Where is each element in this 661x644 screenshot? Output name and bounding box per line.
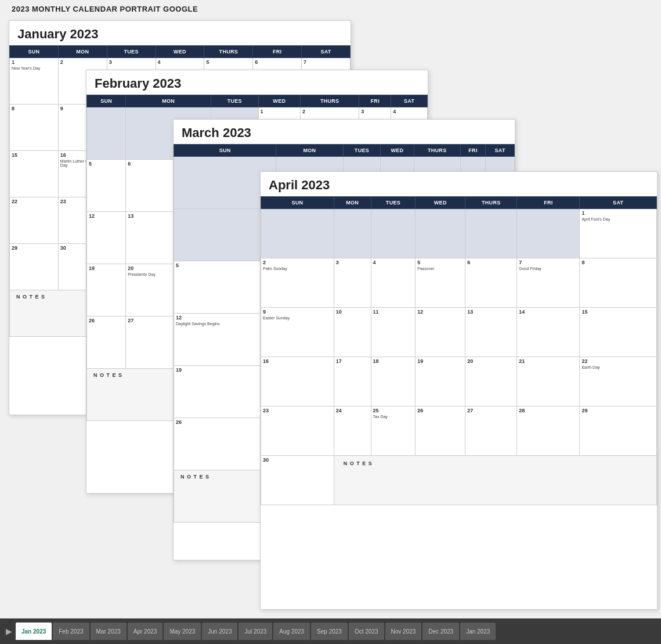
list-item bbox=[465, 209, 517, 258]
table-row: 16 17 18 19 20 21 22Earth Day bbox=[261, 357, 657, 406]
list-item bbox=[87, 107, 126, 160]
list-item: 13 bbox=[465, 308, 517, 357]
list-item: 6 bbox=[465, 258, 517, 308]
list-item: 26 bbox=[87, 316, 126, 369]
table-row: 30 N O T E S bbox=[261, 456, 657, 505]
list-item: 12 bbox=[416, 308, 465, 357]
list-item: 2Palm Sunday bbox=[261, 258, 334, 308]
apr-header-mon: MON bbox=[334, 197, 371, 209]
april-title: April 2023 bbox=[261, 172, 657, 196]
list-item: 5 bbox=[87, 160, 126, 212]
mar-header-fri: FRI bbox=[460, 145, 486, 157]
feb-header-wed: WED bbox=[258, 95, 301, 107]
feb-header-sun: SUN bbox=[87, 95, 126, 107]
tab-apr-2023[interactable]: Apr 2023 bbox=[128, 623, 163, 640]
table-row: 1April Fool's Day bbox=[261, 209, 657, 258]
list-item: 9Easter Sunday bbox=[261, 308, 334, 357]
tab-sep-2023[interactable]: Sep 2023 bbox=[311, 623, 348, 640]
tab-nov-2023[interactable]: Nov 2023 bbox=[385, 623, 422, 640]
feb-header-thu: THURS bbox=[301, 95, 359, 107]
list-item: 10 bbox=[334, 308, 371, 357]
tab-oct-2023[interactable]: Oct 2023 bbox=[349, 623, 384, 640]
list-item: 15 bbox=[580, 308, 657, 357]
mar-header-sun: SUN bbox=[174, 145, 276, 157]
list-item: 5Passover bbox=[416, 258, 465, 308]
list-item: 8 bbox=[10, 105, 59, 151]
jan-header-sat: SAT bbox=[302, 46, 351, 58]
list-item: 19 bbox=[87, 264, 126, 316]
list-item: 18 bbox=[371, 357, 416, 406]
mar-header-tue: TUES bbox=[343, 145, 381, 157]
list-item: 29 bbox=[10, 244, 59, 290]
tab-prev-arrow[interactable]: ▶ bbox=[3, 627, 15, 636]
tab-may-2023[interactable]: May 2023 bbox=[164, 623, 201, 640]
list-item: 26 bbox=[416, 406, 465, 456]
list-item bbox=[261, 209, 334, 258]
apr-header-sat: SAT bbox=[580, 197, 657, 209]
page-title: 2023 MONTHLY CALENDAR PORTRAIT GOOGLE bbox=[0, 0, 661, 16]
mar-header-sat: SAT bbox=[486, 145, 515, 157]
apr-header-tue: TUES bbox=[371, 197, 416, 209]
table-row: 23 24 25Tax Day 26 27 28 29 bbox=[261, 406, 657, 456]
apr-header-fri: FRI bbox=[517, 197, 580, 209]
table-row: 9Easter Sunday 10 11 12 13 14 15 bbox=[261, 308, 657, 357]
notes-cell: N O T E S bbox=[334, 456, 656, 505]
list-item: 30 bbox=[261, 456, 334, 505]
list-item: 1April Fool's Day bbox=[580, 209, 657, 258]
apr-header-thu: THURS bbox=[465, 197, 517, 209]
list-item: 15 bbox=[10, 151, 59, 197]
jan-header-tue: TUES bbox=[107, 46, 156, 58]
tab-jan-2023[interactable]: Jan 2023 bbox=[16, 623, 52, 640]
list-item: 16 bbox=[261, 357, 334, 406]
tab-jul-2023[interactable]: Jul 2023 bbox=[239, 623, 272, 640]
april-card: April 2023 SUN MON TUES WED THURS FRI SA… bbox=[260, 171, 658, 610]
tab-feb-2023[interactable]: Feb 2023 bbox=[53, 623, 89, 640]
list-item bbox=[371, 209, 416, 258]
apr-header-sun: SUN bbox=[261, 197, 334, 209]
mar-header-wed: WED bbox=[381, 145, 414, 157]
feb-header-mon: MON bbox=[126, 95, 211, 107]
list-item: 12 bbox=[87, 212, 126, 264]
list-item: 21 bbox=[517, 357, 580, 406]
january-title: January 2023 bbox=[9, 21, 351, 45]
feb-header-sat: SAT bbox=[391, 95, 428, 107]
list-item: 24 bbox=[334, 406, 371, 456]
list-item: 22 bbox=[10, 197, 59, 244]
tab-dec-2023[interactable]: Dec 2023 bbox=[422, 623, 459, 640]
list-item: 17 bbox=[334, 357, 371, 406]
february-title: February 2023 bbox=[86, 70, 428, 95]
list-item: 3 bbox=[334, 258, 371, 308]
apr-header-wed: WED bbox=[416, 197, 465, 209]
list-item: 7Good Friday bbox=[517, 258, 580, 308]
april-grid: SUN MON TUES WED THURS FRI SAT 1 bbox=[261, 196, 657, 505]
list-item: 8 bbox=[580, 258, 657, 308]
tab-bar: ▶ Jan 2023 Feb 2023 Mar 2023 Apr 2023 Ma… bbox=[0, 618, 661, 644]
list-item bbox=[334, 209, 371, 258]
jan-header-mon: MON bbox=[58, 46, 107, 58]
feb-header-fri: FRI bbox=[359, 95, 391, 107]
tab-jun-2023[interactable]: Jun 2023 bbox=[202, 623, 237, 640]
march-title: March 2023 bbox=[174, 120, 515, 144]
list-item: 28 bbox=[517, 406, 580, 456]
list-item: 20 bbox=[465, 357, 517, 406]
list-item: 22Earth Day bbox=[580, 357, 657, 406]
list-item: 19 bbox=[416, 357, 465, 406]
jan-header-wed: WED bbox=[156, 46, 204, 58]
list-item: 23 bbox=[261, 406, 334, 456]
tab-mar-2023[interactable]: Mar 2023 bbox=[91, 623, 127, 640]
list-item: 11 bbox=[371, 308, 416, 357]
table-row: 2Palm Sunday 3 4 5Passover 6 7Good Frida… bbox=[261, 258, 657, 308]
jan-header-fri: FRI bbox=[253, 46, 302, 58]
list-item: 29 bbox=[580, 406, 657, 456]
feb-header-tue: TUES bbox=[211, 95, 258, 107]
list-item: 27 bbox=[465, 406, 517, 456]
tab-jan-2023-end[interactable]: Jan 2023 bbox=[460, 623, 496, 640]
list-item: 4 bbox=[371, 258, 416, 308]
tab-aug-2023[interactable]: Aug 2023 bbox=[273, 623, 310, 640]
list-item: 25Tax Day bbox=[371, 406, 416, 456]
jan-header-thu: THURS bbox=[204, 46, 253, 58]
mar-header-thu: THURS bbox=[414, 145, 460, 157]
list-item: 1New Year's Day bbox=[10, 58, 59, 105]
list-item bbox=[517, 209, 580, 258]
list-item: 14 bbox=[517, 308, 580, 357]
